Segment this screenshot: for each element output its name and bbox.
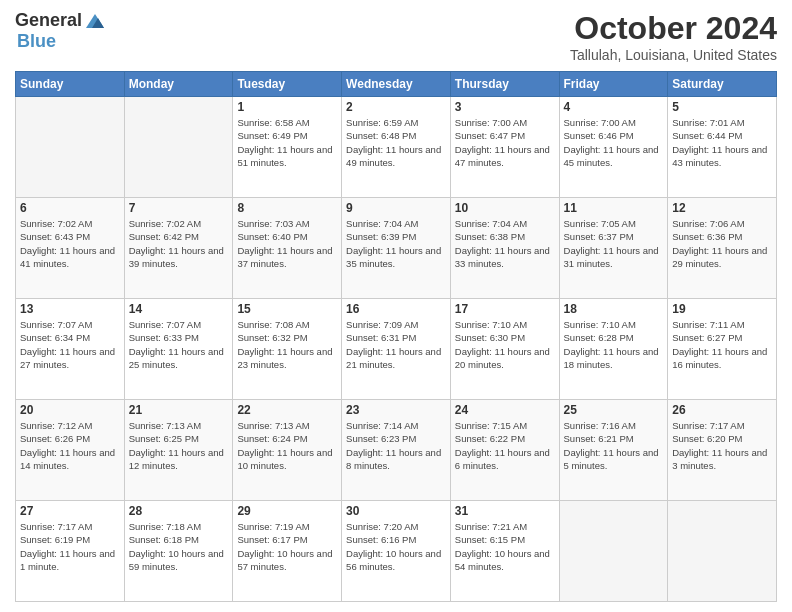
day-number: 2 xyxy=(346,100,446,114)
table-row xyxy=(124,97,233,198)
table-row xyxy=(16,97,125,198)
day-info: Sunrise: 7:13 AMSunset: 6:24 PMDaylight:… xyxy=(237,419,337,472)
day-number: 28 xyxy=(129,504,229,518)
header: General Blue October 2024 Tallulah, Loui… xyxy=(15,10,777,63)
header-monday: Monday xyxy=(124,72,233,97)
table-row: 13Sunrise: 7:07 AMSunset: 6:34 PMDayligh… xyxy=(16,299,125,400)
table-row: 4Sunrise: 7:00 AMSunset: 6:46 PMDaylight… xyxy=(559,97,668,198)
day-info: Sunrise: 7:08 AMSunset: 6:32 PMDaylight:… xyxy=(237,318,337,371)
table-row: 26Sunrise: 7:17 AMSunset: 6:20 PMDayligh… xyxy=(668,400,777,501)
table-row: 18Sunrise: 7:10 AMSunset: 6:28 PMDayligh… xyxy=(559,299,668,400)
day-info: Sunrise: 7:18 AMSunset: 6:18 PMDaylight:… xyxy=(129,520,229,573)
day-info: Sunrise: 7:07 AMSunset: 6:34 PMDaylight:… xyxy=(20,318,120,371)
day-info: Sunrise: 7:19 AMSunset: 6:17 PMDaylight:… xyxy=(237,520,337,573)
table-row: 11Sunrise: 7:05 AMSunset: 6:37 PMDayligh… xyxy=(559,198,668,299)
day-info: Sunrise: 7:12 AMSunset: 6:26 PMDaylight:… xyxy=(20,419,120,472)
day-info: Sunrise: 7:20 AMSunset: 6:16 PMDaylight:… xyxy=(346,520,446,573)
day-number: 18 xyxy=(564,302,664,316)
day-number: 7 xyxy=(129,201,229,215)
day-info: Sunrise: 7:21 AMSunset: 6:15 PMDaylight:… xyxy=(455,520,555,573)
table-row: 20Sunrise: 7:12 AMSunset: 6:26 PMDayligh… xyxy=(16,400,125,501)
day-info: Sunrise: 7:16 AMSunset: 6:21 PMDaylight:… xyxy=(564,419,664,472)
location: Tallulah, Louisiana, United States xyxy=(570,47,777,63)
table-row: 10Sunrise: 7:04 AMSunset: 6:38 PMDayligh… xyxy=(450,198,559,299)
day-number: 11 xyxy=(564,201,664,215)
day-info: Sunrise: 7:07 AMSunset: 6:33 PMDaylight:… xyxy=(129,318,229,371)
table-row: 15Sunrise: 7:08 AMSunset: 6:32 PMDayligh… xyxy=(233,299,342,400)
day-info: Sunrise: 7:11 AMSunset: 6:27 PMDaylight:… xyxy=(672,318,772,371)
day-number: 4 xyxy=(564,100,664,114)
day-number: 29 xyxy=(237,504,337,518)
table-row: 23Sunrise: 7:14 AMSunset: 6:23 PMDayligh… xyxy=(342,400,451,501)
day-info: Sunrise: 7:00 AMSunset: 6:47 PMDaylight:… xyxy=(455,116,555,169)
logo-general: General xyxy=(15,10,82,31)
table-row: 24Sunrise: 7:15 AMSunset: 6:22 PMDayligh… xyxy=(450,400,559,501)
title-section: October 2024 Tallulah, Louisiana, United… xyxy=(570,10,777,63)
day-number: 6 xyxy=(20,201,120,215)
day-info: Sunrise: 7:01 AMSunset: 6:44 PMDaylight:… xyxy=(672,116,772,169)
header-wednesday: Wednesday xyxy=(342,72,451,97)
day-info: Sunrise: 7:14 AMSunset: 6:23 PMDaylight:… xyxy=(346,419,446,472)
day-number: 16 xyxy=(346,302,446,316)
table-row: 6Sunrise: 7:02 AMSunset: 6:43 PMDaylight… xyxy=(16,198,125,299)
day-info: Sunrise: 7:10 AMSunset: 6:30 PMDaylight:… xyxy=(455,318,555,371)
table-row: 2Sunrise: 6:59 AMSunset: 6:48 PMDaylight… xyxy=(342,97,451,198)
day-info: Sunrise: 7:03 AMSunset: 6:40 PMDaylight:… xyxy=(237,217,337,270)
day-info: Sunrise: 7:02 AMSunset: 6:42 PMDaylight:… xyxy=(129,217,229,270)
calendar-week-row: 20Sunrise: 7:12 AMSunset: 6:26 PMDayligh… xyxy=(16,400,777,501)
day-info: Sunrise: 6:58 AMSunset: 6:49 PMDaylight:… xyxy=(237,116,337,169)
table-row: 14Sunrise: 7:07 AMSunset: 6:33 PMDayligh… xyxy=(124,299,233,400)
day-info: Sunrise: 7:15 AMSunset: 6:22 PMDaylight:… xyxy=(455,419,555,472)
day-number: 20 xyxy=(20,403,120,417)
table-row: 12Sunrise: 7:06 AMSunset: 6:36 PMDayligh… xyxy=(668,198,777,299)
header-sunday: Sunday xyxy=(16,72,125,97)
day-number: 19 xyxy=(672,302,772,316)
day-number: 3 xyxy=(455,100,555,114)
day-info: Sunrise: 7:09 AMSunset: 6:31 PMDaylight:… xyxy=(346,318,446,371)
table-row: 31Sunrise: 7:21 AMSunset: 6:15 PMDayligh… xyxy=(450,501,559,602)
logo-blue: Blue xyxy=(17,31,56,51)
calendar-week-row: 13Sunrise: 7:07 AMSunset: 6:34 PMDayligh… xyxy=(16,299,777,400)
day-number: 9 xyxy=(346,201,446,215)
table-row: 16Sunrise: 7:09 AMSunset: 6:31 PMDayligh… xyxy=(342,299,451,400)
logo: General Blue xyxy=(15,10,108,52)
header-saturday: Saturday xyxy=(668,72,777,97)
table-row: 7Sunrise: 7:02 AMSunset: 6:42 PMDaylight… xyxy=(124,198,233,299)
day-number: 21 xyxy=(129,403,229,417)
table-row: 9Sunrise: 7:04 AMSunset: 6:39 PMDaylight… xyxy=(342,198,451,299)
logo-icon xyxy=(84,12,106,30)
day-info: Sunrise: 7:02 AMSunset: 6:43 PMDaylight:… xyxy=(20,217,120,270)
day-number: 13 xyxy=(20,302,120,316)
table-row: 8Sunrise: 7:03 AMSunset: 6:40 PMDaylight… xyxy=(233,198,342,299)
day-number: 5 xyxy=(672,100,772,114)
day-number: 23 xyxy=(346,403,446,417)
table-row: 22Sunrise: 7:13 AMSunset: 6:24 PMDayligh… xyxy=(233,400,342,501)
day-info: Sunrise: 7:13 AMSunset: 6:25 PMDaylight:… xyxy=(129,419,229,472)
table-row: 1Sunrise: 6:58 AMSunset: 6:49 PMDaylight… xyxy=(233,97,342,198)
table-row: 28Sunrise: 7:18 AMSunset: 6:18 PMDayligh… xyxy=(124,501,233,602)
day-number: 15 xyxy=(237,302,337,316)
table-row: 21Sunrise: 7:13 AMSunset: 6:25 PMDayligh… xyxy=(124,400,233,501)
page: General Blue October 2024 Tallulah, Loui… xyxy=(0,0,792,612)
day-info: Sunrise: 7:17 AMSunset: 6:20 PMDaylight:… xyxy=(672,419,772,472)
day-info: Sunrise: 7:04 AMSunset: 6:38 PMDaylight:… xyxy=(455,217,555,270)
calendar-week-row: 6Sunrise: 7:02 AMSunset: 6:43 PMDaylight… xyxy=(16,198,777,299)
day-number: 31 xyxy=(455,504,555,518)
table-row xyxy=(668,501,777,602)
day-number: 30 xyxy=(346,504,446,518)
day-number: 10 xyxy=(455,201,555,215)
day-info: Sunrise: 7:04 AMSunset: 6:39 PMDaylight:… xyxy=(346,217,446,270)
calendar-week-row: 1Sunrise: 6:58 AMSunset: 6:49 PMDaylight… xyxy=(16,97,777,198)
header-thursday: Thursday xyxy=(450,72,559,97)
calendar-week-row: 27Sunrise: 7:17 AMSunset: 6:19 PMDayligh… xyxy=(16,501,777,602)
table-row: 29Sunrise: 7:19 AMSunset: 6:17 PMDayligh… xyxy=(233,501,342,602)
table-row: 17Sunrise: 7:10 AMSunset: 6:30 PMDayligh… xyxy=(450,299,559,400)
table-row: 30Sunrise: 7:20 AMSunset: 6:16 PMDayligh… xyxy=(342,501,451,602)
day-number: 27 xyxy=(20,504,120,518)
day-info: Sunrise: 7:17 AMSunset: 6:19 PMDaylight:… xyxy=(20,520,120,573)
day-number: 8 xyxy=(237,201,337,215)
day-number: 17 xyxy=(455,302,555,316)
weekday-header-row: Sunday Monday Tuesday Wednesday Thursday… xyxy=(16,72,777,97)
header-tuesday: Tuesday xyxy=(233,72,342,97)
day-info: Sunrise: 6:59 AMSunset: 6:48 PMDaylight:… xyxy=(346,116,446,169)
